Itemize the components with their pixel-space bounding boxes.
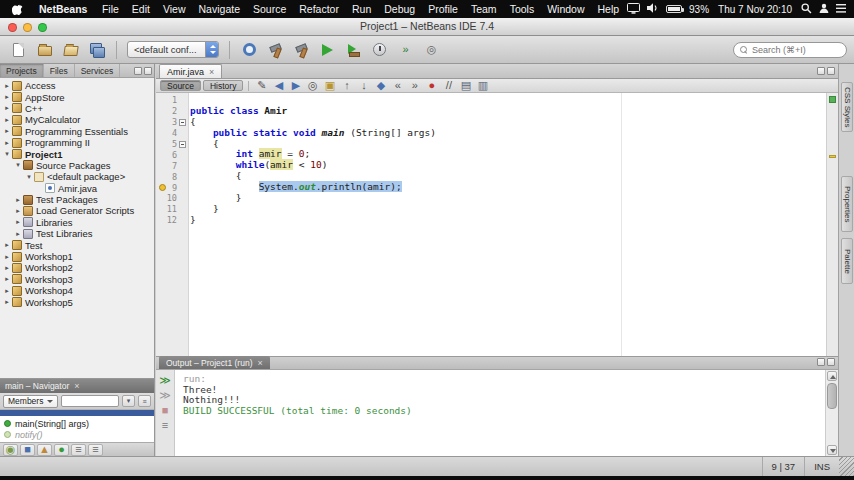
gutter-line-8[interactable]: 8	[156, 171, 188, 182]
save-all-icon[interactable]	[85, 39, 108, 61]
gutter-line-5[interactable]: 5	[156, 139, 188, 150]
resize-grip[interactable]	[839, 457, 854, 476]
sort-alpha-icon[interactable]: ≡	[71, 444, 86, 456]
window-close-button[interactable]	[8, 23, 17, 32]
tree-item-workshop2[interactable]: ▸Workshop2	[0, 262, 154, 273]
code-fold-icon[interactable]	[179, 119, 186, 126]
source-view-button[interactable]: Source	[160, 80, 201, 91]
gutter-line-11[interactable]: 11	[156, 204, 188, 215]
code-fold-icon[interactable]	[179, 141, 186, 148]
history-diff-icon[interactable]: ▥	[475, 80, 490, 92]
tree-expand-icon[interactable]: ▸	[3, 287, 11, 295]
gutter-line-2[interactable]: 2	[156, 106, 188, 117]
tree-item-test-packages[interactable]: ▸Test Packages	[0, 194, 154, 205]
tree-item-workshop4[interactable]: ▸Workshop4	[0, 285, 154, 296]
diff-icon[interactable]: ▤	[458, 80, 473, 92]
navigator-tab[interactable]: main – Navigator	[5, 381, 69, 391]
tree-expand-icon[interactable]: ▸	[3, 241, 11, 249]
dock-tab-css-styles[interactable]: CSS Styles	[841, 82, 853, 132]
menu-refactor[interactable]: Refactor	[293, 3, 346, 15]
attach-profiler-icon[interactable]: ◎	[420, 39, 443, 61]
tree-expand-icon[interactable]: ▸	[14, 196, 22, 204]
navigator-item-clipped[interactable]	[0, 410, 154, 416]
tab-projects[interactable]: Projects	[0, 64, 44, 77]
prev-bookmark-icon[interactable]: «	[390, 80, 405, 92]
output-maximize-icon[interactable]	[827, 358, 835, 366]
tree-item-libraries[interactable]: ▸Libraries	[0, 217, 154, 228]
ant-settings-icon[interactable]: ≡	[158, 419, 172, 431]
last-edit-icon[interactable]: ✎	[254, 80, 269, 92]
code-line-7[interactable]: while(amir < 10)	[190, 160, 826, 171]
menu-tools[interactable]: Tools	[503, 3, 541, 15]
window-zoom-button[interactable]	[38, 23, 47, 32]
tree-item-test-libraries[interactable]: ▸Test Libraries	[0, 228, 154, 239]
show-static-icon[interactable]: ▲	[37, 444, 52, 456]
tree-expand-icon[interactable]: ▸	[3, 127, 11, 135]
tree-expand-icon[interactable]: ▸	[3, 82, 11, 90]
menu-file[interactable]: File	[95, 3, 125, 15]
tree-item-access[interactable]: ▸Access	[0, 80, 154, 91]
app-menu-name[interactable]: NetBeans	[33, 3, 93, 15]
output-close-icon[interactable]	[257, 358, 262, 368]
tree-item-test[interactable]: ▸Test	[0, 239, 154, 250]
dock-tab-palette[interactable]: Palette	[841, 238, 853, 284]
hint-lightbulb-icon[interactable]	[159, 184, 166, 191]
code-line-11[interactable]: }	[190, 204, 826, 215]
window-minimize-button[interactable]	[23, 23, 32, 32]
notification-center-icon[interactable]	[836, 4, 846, 15]
tree-item-programming-essentials[interactable]: ▸Programming Essentials	[0, 126, 154, 137]
search-input[interactable]	[752, 45, 840, 55]
navigator-sort-button[interactable]: ▾	[122, 395, 135, 407]
navigator-view-select[interactable]: Members	[3, 395, 58, 408]
clean-build-icon[interactable]	[264, 39, 287, 61]
output-minimize-icon[interactable]	[817, 358, 825, 366]
open-project-icon[interactable]	[59, 39, 82, 61]
gutter-line-9[interactable]: 9	[156, 182, 188, 193]
apply-changes-icon[interactable]: »	[394, 39, 417, 61]
tree-item-workshop5[interactable]: ▸Workshop5	[0, 296, 154, 307]
apple-menu-icon[interactable]	[12, 3, 23, 16]
rerun-debug-icon[interactable]: ≫	[158, 389, 172, 401]
new-file-icon[interactable]	[7, 39, 30, 61]
memory-gauge-icon[interactable]	[238, 39, 261, 61]
output-scrollbar[interactable]	[825, 370, 838, 456]
next-bookmark-icon[interactable]: »	[407, 80, 422, 92]
display-icon[interactable]	[627, 3, 640, 16]
code-editor[interactable]: 123456789101112 public class Amir{ publi…	[156, 93, 838, 356]
find-selection-icon[interactable]: ◎	[305, 80, 320, 92]
run-icon[interactable]	[316, 39, 339, 61]
show-inherited-icon[interactable]: ◉	[3, 444, 18, 456]
tree-item-programming-ii[interactable]: ▸Programming II	[0, 137, 154, 148]
error-stripe[interactable]	[826, 93, 838, 356]
menu-navigate[interactable]: Navigate	[192, 3, 246, 15]
rerun-icon[interactable]: ≫	[158, 374, 172, 386]
tree-item-workshop3[interactable]: ▸Workshop3	[0, 274, 154, 285]
gutter-line-3[interactable]: 3	[156, 117, 188, 128]
code-line-4[interactable]: public static void main (String[] args)	[190, 128, 826, 139]
tree-item-c[interactable]: ▸C++	[0, 103, 154, 114]
gutter-line-7[interactable]: 7	[156, 160, 188, 171]
tree-expand-icon[interactable]: ▸	[14, 207, 22, 215]
navigator-close-icon[interactable]	[74, 381, 79, 391]
tree-expand-icon[interactable]: ▸	[3, 104, 11, 112]
tree-expand-icon[interactable]: ▸	[3, 253, 11, 261]
show-public-only-icon[interactable]: ●	[54, 444, 69, 456]
configuration-select[interactable]: <default conf...	[127, 41, 219, 58]
panel-maximize-icon[interactable]	[144, 67, 152, 75]
quick-search-box[interactable]	[733, 42, 847, 58]
tree-expand-icon[interactable]: ▾	[25, 173, 33, 181]
scroll-up-icon[interactable]	[827, 371, 837, 381]
menu-debug[interactable]: Debug	[378, 3, 422, 15]
volume-icon[interactable]	[647, 3, 659, 15]
menu-view[interactable]: View	[156, 3, 192, 15]
window-title-bar[interactable]: Project1 – NetBeans IDE 7.4	[0, 18, 854, 36]
tree-item-mycalculator[interactable]: ▸MyCalculator	[0, 114, 154, 125]
editor-tab-amir-java[interactable]: Amir.java	[159, 64, 222, 78]
editor-minimize-icon[interactable]	[817, 67, 825, 75]
tab-services[interactable]: Services	[75, 64, 121, 77]
warning-mark[interactable]	[829, 155, 836, 158]
tree-item-load-generator-scripts[interactable]: ▸Load Generator Scripts	[0, 205, 154, 216]
panel-minimize-icon[interactable]	[134, 67, 142, 75]
stop-icon[interactable]: ■	[158, 404, 172, 416]
tree-expand-icon[interactable]: ▸	[3, 264, 11, 272]
